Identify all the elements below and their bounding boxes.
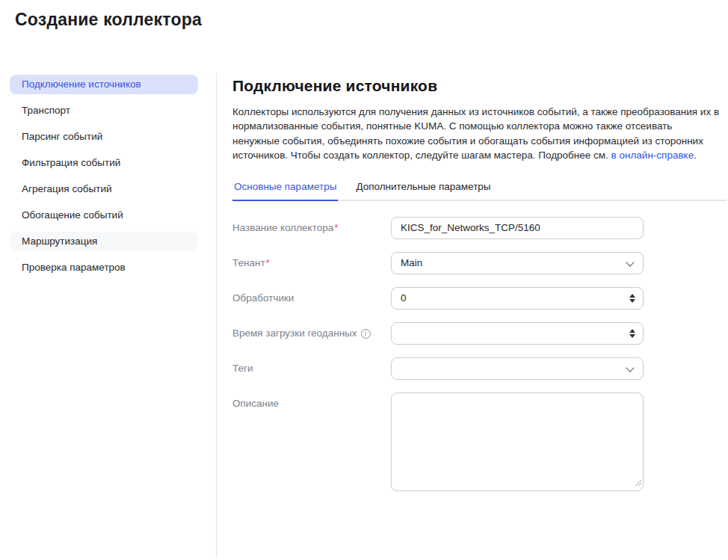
geodata-update-time-label: Время загрузки геоданныхi [232,322,391,345]
step-heading: Подключение источников [232,77,727,95]
collector-name-input[interactable] [391,217,644,239]
form-row-tenant: Тенант* Main [232,252,644,274]
sidebar-item-event-parsing[interactable]: Парсинг событий [10,127,198,147]
tags-select[interactable] [391,357,644,380]
form-row-geodata-update-time: Время загрузки геоданныхi [232,322,644,345]
info-icon[interactable]: i [361,329,371,339]
online-help-link[interactable]: в онлайн-справке [611,150,694,161]
sidebar-item-routing[interactable]: Маршрутизация [10,232,198,251]
sidebar-item-event-aggregation[interactable]: Агрегация событий [10,179,198,199]
form-row-workers: Обработчики [232,287,644,310]
sidebar-item-parameter-check[interactable]: Проверка параметров [10,258,198,277]
sidebar-item-event-filtering[interactable]: Фильтрация событий [10,153,198,173]
number-stepper[interactable] [629,287,635,310]
stepper-down-icon[interactable] [629,299,635,303]
wizard-steps-sidebar: Подключение источников Транспорт Парсинг… [10,75,198,284]
sidebar-divider [216,73,217,558]
step-description: Коллекторы используются для получения да… [232,105,720,163]
form-row-description: Описание [232,393,644,491]
sidebar-item-transport[interactable]: Транспорт [10,101,198,120]
settings-tabs: Основные параметры Дополнительные параме… [232,179,727,201]
geodata-update-time-input[interactable] [391,322,644,345]
collector-name-label: Название коллектора* [232,217,391,239]
number-stepper[interactable] [629,322,635,345]
tags-label: Теги [232,357,391,380]
description-label: Описание [232,393,391,415]
workers-label: Обработчики [232,287,391,310]
tab-advanced-settings[interactable]: Дополнительные параметры [354,179,492,200]
required-asterisk: * [334,222,338,233]
stepper-down-icon[interactable] [629,334,635,338]
stepper-up-icon[interactable] [629,329,635,333]
tenant-label: Тенант* [232,252,391,274]
collector-form: Название коллектора* Тенант* Main Обрабо… [232,217,644,491]
description-period: . [694,150,697,161]
form-row-tags: Теги [232,357,644,380]
workers-input[interactable] [391,287,644,310]
sidebar-item-source-connection[interactable]: Подключение источников [10,75,198,94]
tab-basic-settings[interactable]: Основные параметры [232,179,338,200]
stepper-up-icon[interactable] [629,294,635,298]
page-title: Создание коллектора [15,10,202,30]
tenant-select[interactable]: Main [391,252,644,274]
resize-handle[interactable] [634,476,641,489]
description-textarea[interactable] [391,393,644,491]
required-asterisk: * [266,257,270,268]
form-row-collector-name: Название коллектора* [232,217,644,239]
main-panel: Подключение источников Коллекторы исполь… [232,77,727,504]
sidebar-item-event-enrichment[interactable]: Обогащение событий [10,206,198,225]
